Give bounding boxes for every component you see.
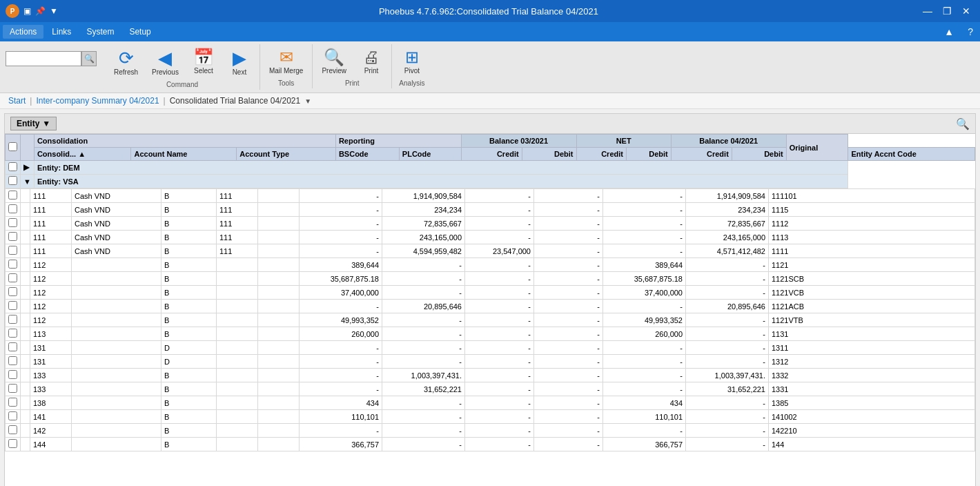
- cell-consolidd: 112: [30, 313, 72, 327]
- row-checkbox-12[interactable]: [8, 356, 17, 365]
- breadcrumb-intercompany[interactable]: Inter-company Summary 04/2021: [36, 96, 159, 106]
- cell-account-type: B: [161, 410, 217, 424]
- table-row: 112B35,687,875.18---35,687,875.18-1121SC…: [6, 272, 975, 286]
- menu-item-actions[interactable]: Actions: [3, 25, 43, 39]
- cell-plcode: [258, 244, 300, 258]
- table-row: 144B366,757---366,757-144: [6, 438, 975, 451]
- cell-entity-code: 1121VTB: [769, 313, 975, 327]
- cell-plcode: [258, 327, 300, 341]
- row-checkbox-11[interactable]: [8, 342, 17, 351]
- cell-net-credit: -: [465, 438, 534, 451]
- table-row: 111Cash VNDB111-243,165,000---243,165,00…: [6, 231, 975, 244]
- col-header-consolid[interactable]: Consolid... ▲: [34, 148, 131, 161]
- row-checkbox-3[interactable]: [8, 232, 17, 241]
- cell-consolidd: 112: [30, 300, 72, 313]
- cell-bal04-debit: 72,835,667: [686, 217, 769, 231]
- col-header-expand: [21, 135, 35, 161]
- cell-plcode: [258, 438, 300, 451]
- entity-dem-row: ▶ Entity: DEM: [6, 161, 975, 175]
- cell-bal03-debit: 243,165,000: [382, 231, 465, 244]
- row-checkbox-6[interactable]: [8, 273, 17, 282]
- select-all-checkbox[interactable]: [8, 142, 17, 151]
- entity-search-icon[interactable]: 🔍: [956, 117, 970, 130]
- search-input[interactable]: [6, 51, 81, 66]
- title-bar: P ▣ 📌 ▼ Phoebus 4.7.6.962:Consolidated T…: [0, 0, 980, 22]
- row-checkbox-4[interactable]: [8, 246, 17, 255]
- row-checkbox-10[interactable]: [8, 329, 17, 338]
- row-checkbox-5[interactable]: [8, 260, 17, 269]
- table-row: 131D------1312: [6, 355, 975, 369]
- cell-consolidd: 133: [30, 369, 72, 382]
- row-checkbox-8[interactable]: [8, 301, 17, 310]
- preview-button[interactable]: 🔍 Preview: [315, 46, 353, 78]
- table-container[interactable]: Consolidation Reporting Balance 03/2021 …: [5, 134, 975, 486]
- help-icon[interactable]: ?: [963, 25, 977, 39]
- row-checkbox-0[interactable]: [8, 191, 17, 200]
- app-menu-icon[interactable]: ▣: [23, 6, 31, 16]
- cell-bal03-credit: 110,101: [300, 410, 382, 424]
- row-checkbox-18[interactable]: [8, 439, 17, 448]
- menu-item-links[interactable]: Links: [45, 25, 78, 39]
- close-button[interactable]: ✕: [958, 3, 974, 19]
- app-pin-icon[interactable]: 📌: [35, 6, 46, 16]
- mail-merge-button[interactable]: ✉ Mail Merge: [263, 46, 309, 78]
- row-checkbox-15[interactable]: [8, 398, 17, 407]
- cell-account-type: B: [161, 286, 217, 300]
- cell-bal03-debit: -: [382, 313, 465, 327]
- print-button[interactable]: 🖨 Print: [354, 46, 389, 78]
- row-checkbox-9[interactable]: [8, 315, 17, 324]
- menu-item-system[interactable]: System: [79, 25, 121, 39]
- cell-bal04-debit: 4,571,412,482: [686, 244, 769, 258]
- vsa-checkbox[interactable]: [8, 176, 17, 185]
- cell-plcode: [258, 300, 300, 313]
- row-checkbox-1[interactable]: [8, 204, 17, 213]
- cell-bal03-credit: -: [300, 244, 382, 258]
- minimize-button[interactable]: —: [919, 3, 936, 19]
- col-header-account-type: Account Type: [237, 148, 336, 161]
- table-row: 111Cash VNDB111-72,835,667---72,835,6671…: [6, 217, 975, 231]
- dem-expand[interactable]: ▶: [21, 161, 35, 175]
- cell-account-name: [72, 369, 161, 382]
- cell-bal03-credit: 366,757: [300, 438, 382, 451]
- cell-bscode: [217, 369, 258, 382]
- row-checkbox-2[interactable]: [8, 218, 17, 227]
- refresh-button[interactable]: ⟳ Refresh: [108, 46, 144, 79]
- vsa-expand[interactable]: ▼: [21, 175, 35, 188]
- entity-dropdown[interactable]: Entity ▼: [10, 117, 57, 130]
- cell-net-credit: -: [465, 341, 534, 355]
- cell-net-debit: -: [534, 258, 603, 272]
- collapse-icon[interactable]: ▲: [940, 25, 958, 39]
- previous-button[interactable]: ◀ Previous: [146, 46, 185, 79]
- cell-account-name: [72, 438, 161, 451]
- restore-button[interactable]: ❐: [939, 3, 955, 19]
- select-button[interactable]: 📅 Select: [186, 46, 221, 79]
- app-dropdown-icon[interactable]: ▼: [50, 6, 58, 16]
- row-checkbox-13[interactable]: [8, 370, 17, 379]
- cell-bal04-credit: -: [603, 244, 686, 258]
- cell-consolidd: 144: [30, 438, 72, 451]
- dem-checkbox[interactable]: [8, 162, 17, 171]
- row-checkbox-7[interactable]: [8, 287, 17, 296]
- cell-bal04-debit: -: [686, 258, 769, 272]
- cell-consolidd: 111: [30, 217, 72, 231]
- cell-bal03-debit: 234,234: [382, 203, 465, 217]
- row-checkbox-17[interactable]: [8, 425, 17, 434]
- col-header-bal04-credit: Credit: [671, 148, 732, 161]
- row-checkbox-16[interactable]: [8, 411, 17, 420]
- cell-entity-code: 1111: [769, 244, 975, 258]
- breadcrumb-start[interactable]: Start: [8, 96, 26, 106]
- row-checkbox-14[interactable]: [8, 384, 17, 393]
- col-header-net-debit: Debit: [626, 148, 671, 161]
- menu-item-setup[interactable]: Setup: [122, 25, 157, 39]
- cell-bscode: [217, 355, 258, 369]
- toolbar: 🔍 ⟳ Refresh ◀ Previous 📅 Select ▶ Next C…: [0, 41, 980, 93]
- cell-consolidd: 111: [30, 231, 72, 244]
- cell-plcode: [258, 382, 300, 396]
- pivot-button[interactable]: ⊞ Pivot: [395, 46, 429, 78]
- search-button[interactable]: 🔍: [81, 51, 97, 66]
- next-button[interactable]: ▶ Next: [222, 46, 257, 79]
- cell-bscode: [217, 341, 258, 355]
- cell-bal03-debit: -: [382, 355, 465, 369]
- cell-bal04-credit: -: [603, 341, 686, 355]
- table-row: 131D------1311: [6, 341, 975, 355]
